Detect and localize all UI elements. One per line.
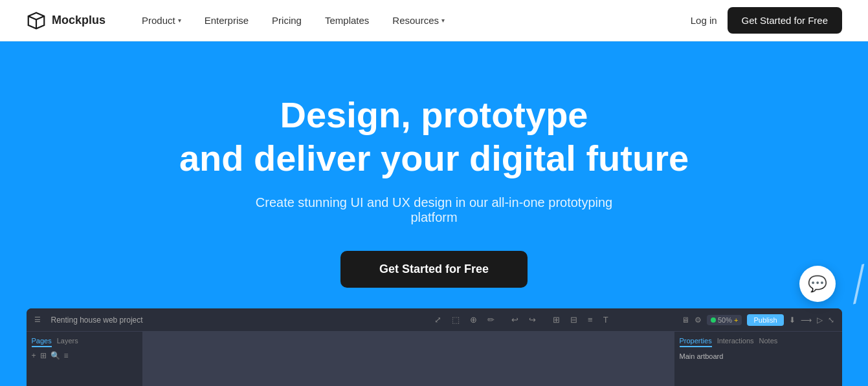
nav-item-pricing[interactable]: Pricing — [262, 10, 312, 31]
hero-subtitle: Create stunning UI and UX design in our … — [240, 195, 629, 225]
tab-layers[interactable]: Layers — [57, 337, 78, 347]
tab-notes[interactable]: Notes — [759, 337, 778, 347]
nav-label-product: Product — [142, 15, 175, 26]
download-icon[interactable]: ⬇ — [789, 316, 796, 325]
toolbar-right: 🖥 ⚙ 50% + Publish ⬇ ⟶ ▷ ⤡ — [682, 314, 834, 326]
publish-button[interactable]: Publish — [747, 314, 783, 326]
brand-name: Mockplus — [52, 14, 106, 27]
add-page-icon[interactable]: + — [32, 351, 36, 360]
chat-icon: 💬 — [808, 275, 827, 293]
nav-cta-button[interactable]: Get Started for Free — [728, 7, 842, 34]
chat-widget[interactable]: 💬 — [799, 266, 836, 302]
nav-item-product[interactable]: Product ▾ — [131, 10, 192, 31]
zoom-value: 50% — [718, 316, 732, 324]
frame-icon[interactable]: ⬚ — [452, 315, 460, 325]
distribute-icon[interactable]: ⊟ — [570, 315, 577, 325]
sidebar-actions: + ⊞ 🔍 ≡ — [32, 351, 137, 360]
page-template-icon[interactable]: ⊞ — [40, 351, 47, 360]
tab-pages[interactable]: Pages — [32, 337, 52, 347]
share-icon[interactable]: ⟶ — [801, 316, 812, 325]
chevron-down-icon-resources: ▾ — [441, 17, 445, 24]
nav-item-templates[interactable]: Templates — [315, 10, 379, 31]
connect-icon[interactable]: ⊕ — [470, 315, 477, 325]
hamburger-icon: ☰ — [34, 316, 41, 324]
logo-icon — [26, 12, 47, 30]
nav-links: Product ▾ Enterprise Pricing Templates R… — [131, 10, 691, 31]
sort-page-icon[interactable]: ≡ — [64, 351, 69, 360]
settings-icon[interactable]: ⚙ — [695, 316, 702, 325]
logo-link[interactable]: Mockplus — [26, 12, 106, 30]
project-name: Renting house web project — [46, 316, 361, 325]
hero-section: Design, prototype and deliver your digit… — [0, 41, 868, 386]
navbar: Mockplus Product ▾ Enterprise Pricing Te… — [0, 0, 868, 41]
app-preview: ☰ Renting house web project ⤢ ⬚ ⊕ ✏ ↩ ↪ … — [27, 308, 842, 386]
toolbar-dots: ☰ — [34, 316, 41, 324]
hero-title-line2: and deliver your digital future — [179, 138, 689, 178]
artboard-title: Main artboard — [680, 352, 724, 360]
nav-label-enterprise: Enterprise — [205, 15, 249, 26]
app-body: Pages Layers + ⊞ 🔍 ≡ Properties Interact… — [27, 332, 842, 386]
sidebar-right: Properties Interactions Notes Main artbo… — [674, 332, 842, 386]
hero-title-line1: Design, prototype — [280, 94, 588, 135]
fullscreen-icon[interactable]: ⤡ — [828, 316, 834, 325]
toolbar-center-icons: ⤢ ⬚ ⊕ ✏ ↩ ↪ ⊞ ⊟ ≡ T — [366, 315, 676, 325]
text-align-icon[interactable]: ≡ — [588, 315, 593, 325]
pencil-decoration: ╱ — [845, 264, 868, 304]
online-indicator — [711, 317, 716, 323]
undo-icon[interactable]: ↩ — [511, 315, 518, 325]
zoom-plus-icon: + — [734, 316, 738, 324]
text-format-icon[interactable]: T — [603, 315, 608, 325]
nav-right: Log in Get Started for Free — [691, 7, 842, 34]
chevron-down-icon: ▾ — [178, 17, 181, 24]
redo-icon[interactable]: ↪ — [529, 315, 536, 325]
sidebar-left: Pages Layers + ⊞ 🔍 ≡ — [27, 332, 143, 386]
sidebar-left-tabs: Pages Layers — [32, 337, 137, 347]
monitor-icon[interactable]: 🖥 — [682, 316, 689, 325]
app-toolbar: ☰ Renting house web project ⤢ ⬚ ⊕ ✏ ↩ ↪ … — [27, 308, 842, 332]
nav-label-resources: Resources — [392, 15, 439, 26]
preview-icon[interactable]: ▷ — [817, 316, 823, 325]
hero-title: Design, prototype and deliver your digit… — [179, 93, 689, 180]
search-page-icon[interactable]: 🔍 — [50, 351, 60, 360]
nav-item-enterprise[interactable]: Enterprise — [194, 10, 259, 31]
hero-cta-button[interactable]: Get Started for Free — [340, 251, 528, 288]
nav-item-resources[interactable]: Resources ▾ — [382, 10, 455, 31]
nav-label-pricing: Pricing — [272, 15, 302, 26]
sidebar-right-tabs: Properties Interactions Notes — [680, 337, 837, 347]
canvas-area[interactable] — [143, 332, 674, 386]
tab-properties[interactable]: Properties — [680, 337, 712, 347]
pen-icon[interactable]: ✏ — [487, 315, 495, 325]
login-link[interactable]: Log in — [691, 15, 717, 26]
nav-label-templates: Templates — [325, 15, 369, 26]
zoom-level[interactable]: 50% + — [707, 315, 742, 325]
tab-interactions[interactable]: Interactions — [717, 337, 754, 347]
move-icon[interactable]: ⤢ — [434, 315, 441, 325]
align-icon[interactable]: ⊞ — [553, 315, 560, 325]
